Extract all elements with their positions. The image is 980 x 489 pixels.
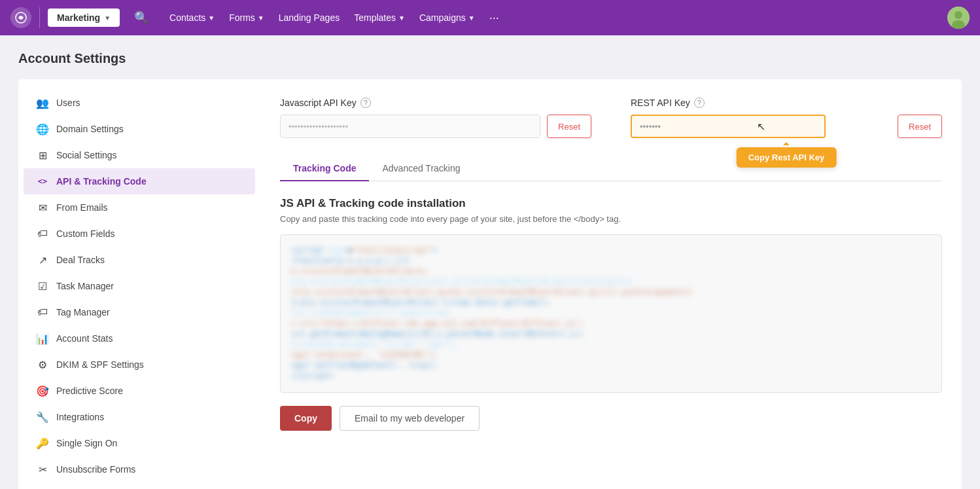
sidebar-item-from-emails[interactable]: ✉ From Emails [24,194,255,221]
users-icon: 👥 [37,97,48,109]
sidebar-label-predictive: Predictive Score [56,386,123,396]
sidebar-label-dkim: DKIM & SPF Settings [56,359,144,370]
fields-icon: 🏷 [37,228,48,240]
sidebar-item-deal-tracks[interactable]: ↗ Deal Tracks [24,247,255,273]
rest-api-key-label: REST API Key ? [631,98,942,108]
javascript-api-key-row: Reset [280,115,591,138]
sidebar-label-fields: Custom Fields [56,228,114,239]
sidebar-label-stats: Account Stats [56,333,113,344]
page-title: Account Settings [18,51,962,66]
tracking-title: JS API & Tracking code installation [280,197,942,210]
sidebar-item-domain-settings[interactable]: 🌐 Domain Settings [24,116,255,142]
predictive-icon: 🎯 [37,385,48,397]
sidebar-item-custom-fields[interactable]: 🏷 Custom Fields [24,221,255,247]
dropdown-chevron: ▼ [104,14,111,22]
nav-divider [39,7,40,28]
top-navigation: Marketing ▼ 🔍 Contacts ▼ Forms ▼ Landing… [0,0,980,35]
task-icon: ☑ [37,280,48,292]
sidebar-item-sso[interactable]: 🔑 Single Sign On [24,430,255,456]
tag-icon: 🏷 [37,306,48,318]
avatar[interactable] [947,7,970,29]
tracking-section: JS API & Tracking code installation Copy… [280,197,942,393]
rest-api-key-input[interactable] [631,115,826,138]
unsubscribe-icon: ✂ [37,463,48,475]
rest-api-key-row: ↖ Copy Rest API Key Reset [631,115,942,138]
sidebar-item-unsubscribe[interactable]: ✂ Unsubscribe Forms [24,456,255,482]
domain-icon: 🌐 [37,123,48,135]
marketing-dropdown[interactable]: Marketing ▼ [48,9,120,27]
copy-rest-api-tooltip[interactable]: Copy Rest API Key [737,147,837,168]
sidebar-item-integrations[interactable]: 🔧 Integrations [24,404,255,430]
content-area: 👥 Users 🌐 Domain Settings ⊞ Social Setti… [18,79,962,489]
sidebar-label-tags: Tag Manager [56,307,110,317]
sidebar-label-unsubscribe: Unsubscribe Forms [56,464,135,475]
nav-landing-pages[interactable]: Landing Pages [272,9,346,27]
sidebar-label-api: API & Tracking Code [56,176,147,187]
sidebar-label-emails: From Emails [56,202,108,213]
nav-forms[interactable]: Forms ▼ [222,9,271,27]
sidebar-label-deals: Deal Tracks [56,255,105,265]
tab-advanced-tracking[interactable]: Advanced Tracking [369,156,473,181]
api-keys-section: Javascript API Key ? Reset REST API Key … [280,98,942,138]
page-wrapper: Account Settings 👥 Users 🌐 Domain Settin… [0,35,980,489]
rest-api-key-group: REST API Key ? ↖ Copy Rest API Key Reset [631,98,942,138]
javascript-api-key-group: Javascript API Key ? Reset [280,98,591,138]
javascript-reset-button[interactable]: Reset [547,115,591,138]
sidebar-item-task-manager[interactable]: ☑ Task Manager [24,273,255,299]
bottom-actions: Copy Email to my web developer [280,406,942,431]
rest-reset-button[interactable]: Reset [898,115,942,138]
tab-tracking-code[interactable]: Tracking Code [280,156,369,181]
code-block: <script type="text/javascript"> (functio… [280,234,942,393]
sidebar-label-domain: Domain Settings [56,124,124,134]
sidebar-item-tag-manager[interactable]: 🏷 Tag Manager [24,299,255,325]
email-icon: ✉ [37,202,48,213]
dropdown-label: Marketing [57,12,100,23]
social-icon: ⊞ [37,149,48,161]
sidebar-item-social-settings[interactable]: ⊞ Social Settings [24,142,255,168]
tabs-row: Tracking Code Advanced Tracking [280,156,942,181]
copy-button[interactable]: Copy [280,406,332,431]
tracking-description: Copy and paste this tracking code into e… [280,214,942,224]
javascript-api-key-label: Javascript API Key ? [280,98,591,108]
code-content: <script type="text/javascript"> (functio… [291,245,931,380]
nav-templates[interactable]: Templates ▼ [347,9,411,27]
sso-icon: 🔑 [37,437,48,449]
nav-contacts[interactable]: Contacts ▼ [163,9,221,27]
stats-icon: 📊 [37,333,48,344]
sidebar-item-predictive-score[interactable]: 🎯 Predictive Score [24,378,255,404]
nav-campaigns[interactable]: Campaigns ▼ [413,9,481,27]
dkim-icon: ⚙ [37,359,48,371]
sidebar-item-account-stats[interactable]: 📊 Account Stats [24,325,255,352]
svg-point-2 [954,11,962,19]
api-icon: <> [37,175,48,187]
sidebar-label-social: Social Settings [56,150,117,160]
sidebar-label-integrations: Integrations [56,412,104,422]
sidebar-item-api-tracking[interactable]: <> API & Tracking Code [24,168,255,194]
sidebar: 👥 Users 🌐 Domain Settings ⊞ Social Setti… [18,79,260,489]
sidebar-label-tasks: Task Manager [56,281,114,291]
javascript-help-icon[interactable]: ? [360,98,371,108]
sidebar-label-sso: Single Sign On [56,438,117,448]
more-icon[interactable]: ··· [483,7,506,29]
cursor-indicator: ↖ [757,120,765,133]
sidebar-item-dkim-spf[interactable]: ⚙ DKIM & SPF Settings [24,352,255,378]
deal-icon: ↗ [37,254,48,266]
sidebar-item-users[interactable]: 👥 Users [24,90,255,116]
app-logo [10,7,31,28]
sidebar-label-users: Users [56,98,80,108]
email-developer-button[interactable]: Email to my web developer [340,406,480,431]
main-content: Javascript API Key ? Reset REST API Key … [260,79,962,489]
search-icon[interactable]: 🔍 [130,7,152,29]
rest-help-icon[interactable]: ? [694,98,705,108]
integrations-icon: 🔧 [37,411,48,423]
nav-links: Contacts ▼ Forms ▼ Landing Pages Templat… [163,7,506,29]
javascript-api-key-input[interactable] [280,115,540,138]
